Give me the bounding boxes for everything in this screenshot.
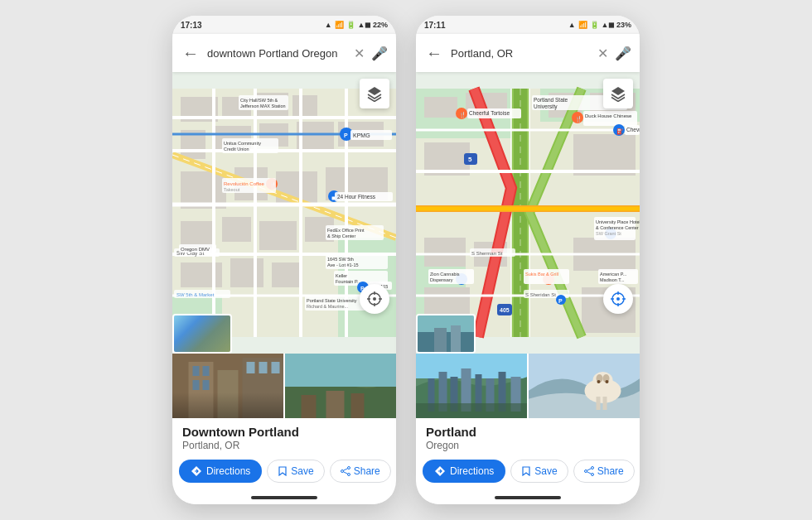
svg-rect-20 — [181, 262, 222, 287]
bookmark-icon-2 — [521, 466, 531, 476]
svg-text:P: P — [344, 132, 348, 138]
svg-text:Takeout: Takeout — [224, 187, 240, 192]
svg-text:Portland State: Portland State — [534, 97, 568, 103]
svg-rect-113 — [573, 134, 636, 176]
place-info-2: Portland Oregon — [416, 418, 640, 456]
svg-rect-114 — [424, 238, 466, 267]
directions-icon-2 — [434, 465, 446, 477]
svg-rect-17 — [222, 217, 251, 242]
svg-text:⛽: ⛽ — [616, 128, 624, 135]
svg-point-193 — [593, 372, 613, 388]
share-icon-2 — [584, 466, 594, 476]
svg-text:Richard & Maurine...: Richard & Maurine... — [307, 304, 349, 309]
time-2: 17:11 — [424, 21, 446, 30]
save-button-1[interactable]: Save — [267, 460, 324, 483]
locate-button-1[interactable] — [360, 284, 389, 314]
svg-text:5: 5 — [468, 156, 472, 163]
svg-rect-91 — [259, 362, 268, 373]
search-bar-2: ← ✕ 🎤 — [416, 34, 640, 72]
svg-text:Sukis Bar & Grill: Sukis Bar & Grill — [525, 272, 558, 277]
svg-text:Madison T...: Madison T... — [600, 277, 625, 282]
svg-point-171 — [616, 297, 620, 301]
status-bar-2: 17:11 ▲ 📶 🔋 ▲◼ 23% — [416, 16, 640, 34]
svg-text:SW 5th & Market: SW 5th & Market — [176, 292, 215, 297]
place-name-2: Portland — [426, 425, 630, 439]
directions-button-1[interactable]: Directions — [179, 460, 262, 483]
search-bar-1: ← ✕ 🎤 — [172, 34, 396, 72]
svg-line-203 — [587, 469, 591, 471]
svg-rect-98 — [351, 393, 365, 418]
svg-rect-6 — [292, 95, 317, 116]
place-actions-2: Directions Save Share — [416, 456, 640, 491]
clear-button-2[interactable]: ✕ — [597, 46, 608, 61]
svg-rect-22 — [272, 262, 301, 287]
locate-button-2[interactable] — [603, 284, 633, 314]
svg-rect-178 — [434, 328, 447, 354]
svg-text:& Conference Center: & Conference Center — [596, 225, 639, 230]
status-bar-1: 17:13 ▲ 📶 🔋 ▲◼ 22% — [172, 16, 396, 34]
svg-rect-90 — [247, 362, 255, 373]
svg-point-101 — [347, 474, 350, 476]
svg-point-199 — [606, 380, 609, 383]
status-icons-2: ▲ 📶 🔋 ▲◼ 23% — [568, 21, 631, 29]
back-button-2[interactable]: ← — [424, 44, 444, 63]
svg-text:Chevron: Chevron — [626, 127, 640, 132]
svg-text:SW Grant St: SW Grant St — [596, 231, 621, 236]
time-1: 17:13 — [181, 21, 202, 30]
clear-button-1[interactable]: ✕ — [354, 46, 365, 61]
svg-text:Ave - Lot #1-15: Ave - Lot #1-15 — [327, 262, 359, 267]
home-indicator-1 — [251, 496, 317, 499]
place-actions-1: Directions Save Share — [172, 456, 396, 491]
save-button-2[interactable]: Save — [510, 460, 568, 483]
phone-2: 17:11 ▲ 📶 🔋 ▲◼ 23% ← ✕ 🎤 — [416, 16, 640, 504]
layer-button-1[interactable] — [360, 79, 389, 108]
search-input-2[interactable] — [451, 47, 591, 60]
map-area-2[interactable]: S Sherman St S Sheridan St Portland Stat… — [416, 72, 640, 354]
svg-rect-96 — [302, 395, 317, 418]
directions-button-2[interactable]: Directions — [423, 460, 505, 483]
svg-text:& Ship Center: & Ship Center — [327, 234, 355, 238]
svg-text:Cheerful Tortoise: Cheerful Tortoise — [469, 110, 510, 116]
search-input-1[interactable] — [207, 47, 347, 60]
svg-text:Oregon DMV: Oregon DMV — [181, 247, 210, 252]
share-button-1[interactable]: Share — [330, 460, 391, 483]
svg-rect-92 — [272, 362, 280, 373]
back-button-1[interactable]: ← — [181, 44, 201, 63]
svg-point-201 — [584, 470, 587, 473]
svg-text:🍴: 🍴 — [459, 111, 466, 118]
directions-icon-1 — [191, 465, 202, 477]
svg-text:24 Hour Fitness: 24 Hour Fitness — [337, 194, 376, 200]
svg-text:City Hall/SW 5th &: City Hall/SW 5th & — [240, 98, 278, 103]
svg-rect-195 — [603, 397, 607, 410]
place-photo-2a — [416, 354, 527, 418]
svg-text:405: 405 — [500, 307, 510, 313]
svg-point-198 — [597, 380, 601, 383]
share-button-2[interactable]: Share — [573, 460, 635, 483]
layer-button-2[interactable] — [603, 79, 633, 108]
svg-text:University Place Hotel: University Place Hotel — [596, 219, 640, 224]
svg-rect-108 — [424, 97, 457, 118]
place-photo-1a — [172, 354, 283, 418]
place-photo-1b — [283, 354, 396, 418]
share-icon-1 — [341, 466, 350, 476]
svg-line-204 — [587, 472, 591, 474]
svg-text:Dispensary: Dispensary — [430, 277, 453, 282]
svg-text:Fountain P...: Fountain P... — [336, 279, 361, 284]
svg-text:Revolución Coffee: Revolución Coffee — [224, 181, 265, 186]
status-icons-1: ▲ 📶 🔋 ▲◼ 22% — [325, 21, 388, 29]
home-indicator-2 — [495, 496, 561, 499]
svg-text:Keller: Keller — [336, 273, 347, 278]
mic-button-1[interactable]: 🎤 — [371, 46, 388, 61]
place-photos-1 — [172, 354, 396, 418]
place-photo-2b — [527, 354, 640, 418]
svg-text:FedEx Office Print: FedEx Office Print — [327, 228, 365, 233]
svg-rect-97 — [326, 391, 345, 418]
svg-text:1645 SW 5th: 1645 SW 5th — [327, 257, 354, 262]
svg-text:American P...: American P... — [600, 272, 627, 277]
svg-line-103 — [343, 472, 347, 474]
svg-text:KPMG: KPMG — [353, 132, 370, 138]
map-area-1[interactable]: SW Clay St SW 5th & Market P KPMG ◼ 24 H… — [172, 72, 396, 354]
mic-button-2[interactable]: 🎤 — [615, 46, 631, 61]
svg-text:Credit Union: Credit Union — [224, 147, 249, 152]
svg-point-76 — [373, 297, 376, 301]
